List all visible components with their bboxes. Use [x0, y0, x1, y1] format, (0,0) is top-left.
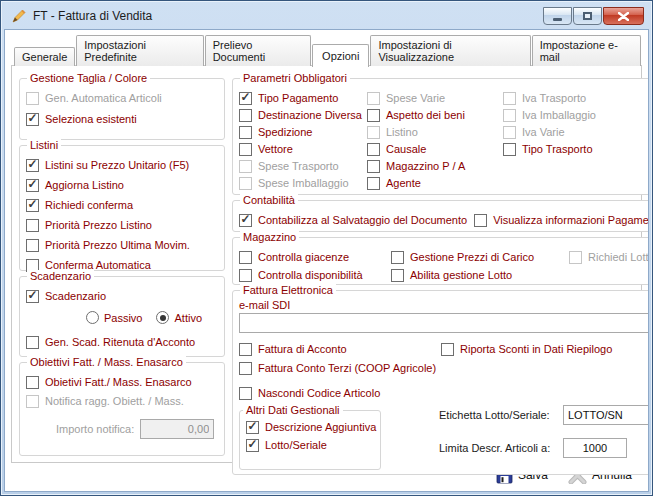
group-title: Parametri Obbligatori — [240, 72, 350, 84]
checkbox[interactable]: Listino — [367, 125, 503, 139]
checkbox[interactable]: Obietivi Fatt./ Mass. Enasarco — [26, 375, 218, 389]
checkbox-label: Causale — [386, 142, 426, 156]
radio-label: Attivo — [174, 312, 202, 324]
tab-label: Impostazioni Predefinite — [84, 39, 146, 63]
checkbox[interactable]: Lotto/Seriale — [246, 438, 374, 452]
radio-button[interactable]: Attivo — [156, 311, 202, 324]
radio-button[interactable]: Passivo — [86, 311, 143, 324]
checkbox[interactable]: Spese Imballaggio — [239, 176, 367, 190]
parametri-col2: Spese Varie Aspetto dei beni — [367, 91, 503, 190]
checkbox-label: Vettore — [258, 142, 293, 156]
fattura-row3: Nascondi Codice Articolo — [239, 386, 649, 400]
tab[interactable]: Impostazione e-mail — [532, 35, 641, 66]
checkbox[interactable]: Tipo Trasporto — [503, 142, 649, 156]
checkbox[interactable]: Descrizione Aggiuntiva — [246, 420, 374, 434]
etichetta-lotto-input[interactable] — [563, 405, 649, 425]
checkbox-label: Nascondi Codice Articolo — [258, 386, 380, 400]
taglia-checkbox-list: Gen. Automatica Articoli Seleziona esist… — [26, 91, 218, 126]
checkbox[interactable]: Richiedi conferma — [26, 198, 218, 212]
maximize-button[interactable] — [573, 7, 602, 25]
checkbox[interactable]: Magazzino P / A — [367, 159, 503, 173]
checkbox-box — [367, 160, 380, 173]
checkbox[interactable]: Spese Trasporto — [239, 159, 367, 173]
checkbox-box — [246, 421, 259, 434]
checkbox[interactable]: Iva Trasporto — [503, 91, 649, 105]
importo-notifica-input[interactable] — [140, 419, 214, 439]
checkbox[interactable]: Destinazione Diversa — [239, 108, 367, 122]
limita-descr-input[interactable] — [563, 438, 627, 458]
etichetta-lotto-row: Etichetta Lotto/Seriale: — [439, 405, 649, 425]
right-column: Parametri Obbligatori Tipo Pagamento — [232, 73, 649, 456]
checkbox[interactable]: Spedizione — [239, 125, 367, 139]
checkbox[interactable]: Richiedi Lotto — [569, 250, 649, 264]
checkbox[interactable]: Riporta Sconti in Dati Riepilogo — [441, 342, 649, 356]
checkbox[interactable]: Causale — [367, 142, 503, 156]
group-title: Fattura Elettronica — [240, 284, 336, 296]
etichetta-lotto-label: Etichetta Lotto/Seriale: — [439, 409, 556, 421]
checkbox-label: Descrizione Aggiuntiva — [265, 420, 376, 434]
checkbox-label: Abilita gestione Lotto — [410, 268, 512, 282]
checkbox[interactable]: Priorità Prezzo Listino — [26, 218, 218, 232]
checkbox-box — [26, 395, 39, 408]
checkbox[interactable]: Controlla giacenze — [239, 250, 391, 264]
group-title: Gestione Taglia / Colore — [27, 72, 150, 84]
checkbox[interactable]: Visualizza informazioni Pagamento — [474, 213, 649, 227]
titlebar: FT - Fattura di Vendita — [4, 3, 649, 29]
checkbox[interactable]: Seleziona esistenti — [26, 112, 218, 126]
dialog-window: FT - Fattura di Vendita Generale Imposta… — [0, 0, 653, 496]
checkbox[interactable]: Spese Varie — [367, 91, 503, 105]
tab-label: Opzioni — [322, 50, 359, 62]
radio-circle — [156, 311, 169, 324]
checkbox-label: Richiedi Lotto — [588, 250, 649, 264]
checkbox[interactable]: Iva Imballaggio — [503, 108, 649, 122]
group-scadenzario: Scadenzario Scadenzario — [19, 276, 225, 357]
checkbox[interactable]: Aggiorna Listino — [26, 178, 218, 192]
checkbox[interactable]: Gestione Prezzi di Carico — [391, 250, 569, 264]
checkbox[interactable]: Fattura Conto Terzi (COOP Agricole) — [239, 361, 649, 375]
checkbox-box — [239, 126, 252, 139]
email-sdi-input[interactable] — [239, 313, 649, 333]
checkbox[interactable]: Contabilizza al Salvataggio del Document… — [239, 213, 467, 227]
checkbox[interactable]: Fattura di Acconto — [239, 342, 441, 356]
checkbox[interactable]: Agente — [367, 176, 503, 190]
group-title: Contabilità — [240, 194, 298, 206]
email-sdi-label: e-mail SDI — [239, 299, 649, 311]
checkbox-label: Aggiorna Listino — [45, 178, 124, 192]
tab[interactable]: Prelievo Documenti — [205, 35, 311, 66]
magazzino-row2: Controlla disponibilità Abilita gestione… — [239, 268, 649, 282]
checkbox[interactable]: Gen. Scad. Ritenuta d'Acconto — [26, 335, 218, 349]
checkbox[interactable]: Scadenzario — [26, 289, 218, 303]
checkbox-box — [391, 251, 404, 264]
checkbox-label: Notifica ragg. Obiett. / Mass. — [45, 394, 184, 408]
tab[interactable]: Impostazioni di Visualizzazione — [370, 35, 530, 66]
checkbox[interactable]: Priorità Prezzo Ultima Movim. — [26, 238, 218, 252]
group-listini: Listini Listini su Prezzo Unitario (F5) … — [19, 145, 225, 271]
minimize-button[interactable] — [543, 7, 572, 25]
checkbox-label: Destinazione Diversa — [258, 108, 362, 122]
listini-checkbox-list: Listini su Prezzo Unitario (F5) Aggiorna… — [26, 158, 218, 272]
checkbox[interactable]: Nascondi Codice Articolo — [239, 386, 649, 400]
checkbox[interactable]: Abilita gestione Lotto — [391, 268, 569, 282]
window-controls — [543, 7, 644, 25]
tab[interactable]: Generale — [14, 47, 75, 66]
checkbox[interactable]: Controlla disponibilità — [239, 268, 391, 282]
group-altri-dati-gestionali: Altri Dati Gestionali Descrizione Aggiun… — [239, 410, 381, 470]
group-title: Obiettivi Fatt. / Mass. Enasarco — [27, 356, 186, 368]
pencil-icon — [11, 8, 27, 24]
close-button[interactable] — [603, 7, 644, 25]
tab-label: Generale — [22, 51, 67, 63]
tab[interactable]: Impostazioni Predefinite — [76, 35, 203, 66]
checkbox-box — [474, 214, 487, 227]
checkbox[interactable]: Gen. Automatica Articoli — [26, 91, 218, 105]
checkbox[interactable]: Listini su Prezzo Unitario (F5) — [26, 158, 218, 172]
checkbox[interactable]: Notifica ragg. Obiett. / Mass. — [26, 394, 218, 408]
checkbox-box — [239, 269, 252, 282]
checkbox-label: Listini su Prezzo Unitario (F5) — [45, 158, 189, 172]
checkbox[interactable]: Aspetto dei beni — [367, 108, 503, 122]
checkbox[interactable]: Vettore — [239, 142, 367, 156]
checkbox[interactable]: Iva Varie — [503, 125, 649, 139]
checkbox[interactable]: Tipo Pagamento — [239, 91, 367, 105]
tab[interactable]: Opzioni — [312, 44, 369, 67]
importo-notifica-row: Importo notifica: — [26, 419, 218, 439]
group-gestione-taglia-colore: Gestione Taglia / Colore Gen. Automatica… — [19, 78, 225, 140]
